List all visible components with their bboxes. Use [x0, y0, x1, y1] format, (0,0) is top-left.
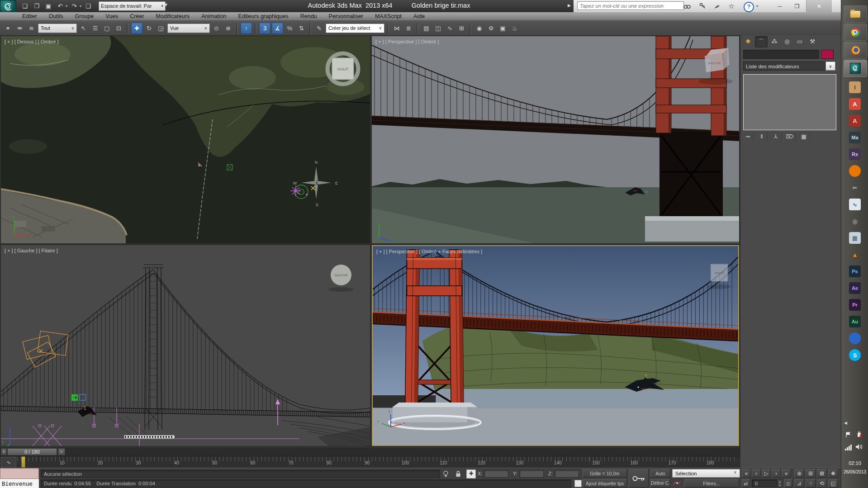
taskbar-autocad-icon[interactable]: A	[849, 98, 861, 110]
play-button[interactable]: ▷	[762, 469, 771, 478]
select-by-name-button[interactable]: ☰	[90, 23, 100, 33]
favorites-star-icon[interactable]: ☆	[726, 2, 737, 10]
zoom-extents-button[interactable]: ⊠	[817, 469, 827, 478]
viewport-perspective-active[interactable]: 1 AVANT z x y [ + ] [ Perspect	[372, 245, 739, 446]
viewport-left-wireframe[interactable]: 1 z y GAUCHE [ + ] [ Gauche ] [ Filaire …	[1, 245, 370, 446]
rendered-frame-window-button[interactable]: ▣	[498, 23, 508, 33]
save-file-button[interactable]: ▣	[43, 1, 53, 11]
next-frame-button[interactable]: ›	[772, 469, 781, 478]
keyboard-shortcut-override-button[interactable]: ↑	[241, 23, 252, 34]
x-coordinate-field[interactable]	[484, 470, 508, 478]
rectangular-selection-region-button[interactable]: ▢	[102, 23, 112, 33]
select-and-link-button[interactable]: ⚭	[3, 23, 13, 33]
track-bar[interactable]: ∿ 01020304050607080901001101201301401501…	[0, 456, 740, 468]
maximize-viewport-toggle-button[interactable]: ◱	[828, 479, 838, 488]
redo-button[interactable]: ↷	[69, 1, 79, 11]
select-and-manipulate-button[interactable]: ⊕	[223, 23, 233, 33]
viewport-label-top[interactable]: [ + ] [ Dessus ] [ Ombré ]	[5, 39, 59, 44]
modifier-stack-list[interactable]	[743, 74, 836, 130]
welcome-window-title[interactable]: Bienvenue	[0, 479, 39, 488]
taskbar-snipping-tool-icon[interactable]: ✂	[849, 182, 861, 194]
menu-cr-er[interactable]: Créer	[124, 13, 150, 19]
menu-aide[interactable]: Aide	[408, 13, 431, 19]
select-and-scale-button[interactable]: ◲	[156, 23, 166, 33]
set-key-mode-button[interactable]: Définir C.	[650, 479, 670, 488]
tab-create[interactable]: ✱	[742, 36, 754, 47]
object-name-field[interactable]	[743, 50, 819, 59]
workspace-dropdown[interactable]: Espace de travail: Par	[99, 1, 166, 11]
z-coordinate-field[interactable]	[555, 470, 579, 478]
action-center-flag-icon[interactable]	[845, 431, 851, 440]
undo-button[interactable]: ↶	[55, 1, 65, 11]
menu-editeurs-graphiques[interactable]: Editeurs graphiques	[232, 13, 294, 19]
app-logo-icon[interactable]	[0, 0, 16, 13]
menu-editer[interactable]: Editer	[16, 13, 43, 19]
use-pivot-point-center-button[interactable]: ⊙	[211, 23, 222, 33]
curve-editor-button[interactable]: ∿	[445, 23, 455, 33]
previous-frame-slider-button[interactable]: <	[1, 448, 7, 455]
show-hidden-icons-arrow[interactable]: ◀	[844, 421, 847, 425]
tab-hierarchy[interactable]: ⁂	[768, 36, 780, 47]
previous-frame-button[interactable]: ‹	[752, 469, 761, 478]
open-file-button[interactable]: ❐	[32, 1, 42, 11]
isolate-selection-icon[interactable]	[443, 470, 449, 479]
menu-maxscript[interactable]: MAXScript	[369, 13, 408, 19]
selection-filter-dropdown[interactable]: Tout	[38, 24, 77, 33]
taskbar-explorer-button[interactable]	[844, 5, 867, 23]
search-input[interactable]	[577, 1, 684, 10]
bind-to-space-warp-button[interactable]: ≋	[26, 23, 37, 33]
next-frame-slider-button[interactable]: >	[58, 448, 65, 455]
tab-utilities[interactable]: ⚒	[806, 36, 818, 47]
current-frame-field[interactable]: 0	[752, 479, 777, 487]
viewport-label-left[interactable]: [ + ] [ Gauche ] [ Filaire ]	[5, 248, 58, 253]
taskbar-calculator-icon[interactable]: ▦	[849, 232, 861, 244]
selection-lock-icon[interactable]	[455, 470, 461, 479]
selected-key-filter-dropdown[interactable]: Sélection	[672, 469, 740, 478]
help-menu-caret-icon[interactable]: ▾	[756, 4, 758, 8]
zoom-extents-all-button[interactable]: ❖	[828, 469, 838, 478]
power-plug-icon[interactable]	[856, 431, 863, 440]
help-icon[interactable]: ?	[744, 2, 754, 12]
pan-button[interactable]: ☝	[806, 479, 816, 488]
taskbar-compass-icon[interactable]: ◎	[849, 215, 861, 227]
restore-button[interactable]: ❐	[789, 0, 805, 12]
taskbar-photoshop-icon[interactable]: Ps	[849, 265, 861, 277]
speaker-icon[interactable]	[856, 444, 863, 452]
taskbar-after-effects-icon[interactable]: Ae	[849, 282, 861, 294]
taskbar-perf-monitor-icon[interactable]: ∿	[849, 199, 861, 210]
frame-spinner[interactable]: ▲▼	[778, 479, 782, 487]
mirror-button[interactable]: ⋈	[392, 23, 402, 33]
field-of-view-button[interactable]: ⊿	[794, 479, 804, 488]
new-file-button[interactable]: ❏	[20, 1, 30, 11]
percent-snap-toggle-button[interactable]: %	[285, 23, 295, 33]
key-filters-button[interactable]: Filtres...	[684, 479, 739, 488]
reference-coordinate-system-dropdown[interactable]: Vue	[167, 24, 210, 33]
time-scrubber[interactable]	[21, 456, 25, 468]
menu-personnaliser[interactable]: Personnaliser	[323, 13, 369, 19]
time-slider[interactable]: < 0 / 180 >	[0, 447, 740, 456]
taskbar-autocad-ws-icon[interactable]: A	[849, 115, 861, 127]
object-color-swatch[interactable]	[821, 50, 834, 59]
modifier-list-caret-icon[interactable]: ∨	[825, 62, 835, 71]
taskbar-firefox-button[interactable]	[844, 42, 867, 59]
go-to-start-button[interactable]: «	[742, 469, 751, 478]
taskbar-vlc-icon[interactable]: ▲	[849, 249, 861, 261]
configure-modifier-sets-button[interactable]: ▦	[798, 132, 810, 141]
show-end-result-button[interactable]: ‖	[756, 132, 768, 141]
tab-modify[interactable]: ⌒	[755, 36, 768, 47]
taskbar-audition-icon[interactable]: Au	[849, 316, 861, 327]
go-to-end-button[interactable]: »	[782, 469, 791, 478]
search-icon[interactable]	[681, 2, 693, 10]
auto-key-button[interactable]: Auto	[650, 469, 670, 478]
select-and-move-button[interactable]: ✚	[131, 23, 142, 34]
window-crossing-button[interactable]: ⊡	[114, 23, 124, 33]
infocenter-expand-icon[interactable]: ▶	[568, 3, 571, 8]
schematic-view-button[interactable]: ⊞	[456, 23, 467, 33]
remove-modifier-button[interactable]: ⌦	[784, 132, 796, 141]
svg-text:GAUCHE[interactable]: GAUCHE	[334, 274, 348, 277]
tab-motion[interactable]: ◎	[781, 36, 793, 47]
viewport-perspective-gray[interactable]: GAUCHE z y [ + ] [ Perspective ] [ Ombré…	[372, 36, 739, 243]
angle-snap-toggle-button[interactable]: ∡	[272, 23, 283, 34]
tab-display[interactable]: ▭	[794, 36, 806, 47]
selection-dropdown-caret-icon[interactable]: ∨	[734, 470, 737, 474]
